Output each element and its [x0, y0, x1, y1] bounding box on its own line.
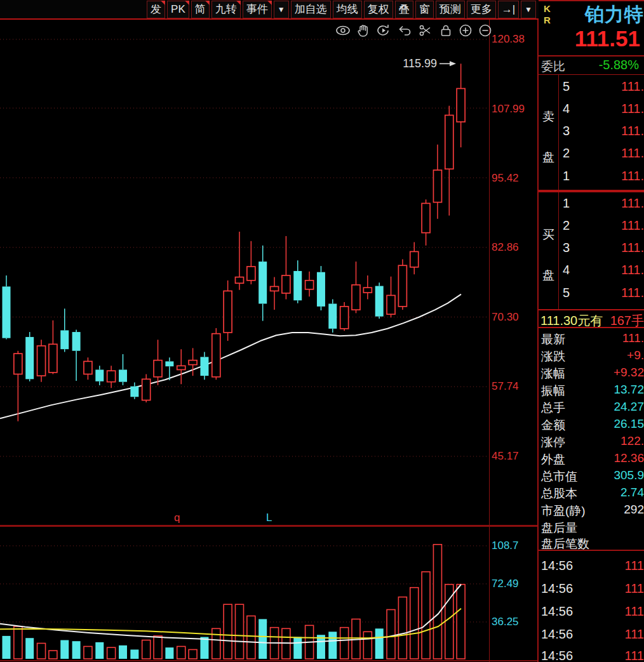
tick-price: 111	[625, 649, 644, 662]
buy-price: 111.	[621, 241, 644, 255]
stock-trading-app: { "palette": { "red":"#f43b3b", "cyan":"…	[0, 0, 644, 662]
toolbar-dropdown-caret[interactable]: ▼	[274, 1, 289, 18]
chart-right-border	[489, 20, 490, 662]
marker-q: q	[174, 512, 180, 524]
toolbar-item-adjust-rights[interactable]: 复权	[364, 1, 393, 18]
zoom-out-icon[interactable]	[478, 23, 492, 37]
stock-name[interactable]: 铂力特	[585, 2, 644, 28]
replay-icon[interactable]	[376, 23, 391, 37]
bottom-border	[0, 660, 539, 661]
toolbar-item-ma-lines[interactable]: 均线	[333, 1, 362, 18]
toolbar-item-overlay[interactable]: 叠	[395, 1, 413, 18]
book-separator	[539, 190, 644, 192]
toolbar-item-jiuzhuan[interactable]: 九转	[211, 1, 241, 18]
price-axis-label: 57.74	[492, 380, 519, 393]
stat-row-total-shares: 总股本2.74	[539, 484, 644, 501]
sell-price: 111.	[621, 79, 644, 94]
toolbar-item-forecast[interactable]: 预测	[436, 1, 465, 18]
volume-axis-label: 108.7	[492, 540, 519, 552]
indicator-k-label[interactable]: K	[544, 4, 551, 14]
buy-price: 111.	[621, 218, 644, 233]
panel-divider	[0, 525, 539, 527]
corner-badge	[236, 1, 241, 5]
scissors-icon[interactable]	[418, 23, 433, 37]
toolbar-item-shijian[interactable]: 事件	[243, 1, 272, 18]
sell-price: 111.	[621, 102, 644, 116]
toolbar-item-pk[interactable]: PK	[167, 1, 189, 18]
quote-sidebar: K R 铂力特 111.51 委比 -5.88% 卖盘 5111. 4111. …	[539, 0, 644, 662]
stat-label: 市盈(静)	[541, 503, 586, 519]
buy-level: 2	[563, 218, 570, 233]
tick-time: 14:56	[541, 604, 573, 619]
toolbar-right-caret[interactable]: ▼	[521, 1, 536, 18]
stat-value: 305.9	[614, 468, 644, 482]
sell-price: 111.	[621, 146, 644, 161]
tick-row: 14:56111	[539, 623, 644, 646]
quote-price: 111.30元有	[540, 312, 603, 329]
stat-label: 振幅	[541, 383, 565, 399]
stat-label: 金额	[541, 417, 565, 434]
stat-value: 292	[624, 503, 644, 517]
tick-row: 14:56111	[539, 578, 644, 600]
eye-icon[interactable]	[335, 23, 351, 37]
buy-level: 1	[563, 196, 570, 211]
next-page-icon[interactable]: →|	[498, 1, 519, 18]
tick-price: 111	[625, 604, 644, 619]
stat-row-outer-disc: 外盘12.36	[539, 449, 644, 467]
stat-row-pe-static: 市盈(静)292	[539, 501, 644, 518]
weibi-value: -5.88%	[599, 58, 639, 72]
stat-value: 2.74	[621, 486, 644, 500]
buy-price: 111.	[621, 263, 644, 277]
stat-row-limit-up: 涨停122.	[539, 432, 644, 449]
divider	[558, 75, 559, 190]
stat-value: 111.	[622, 331, 644, 345]
undo-icon[interactable]	[397, 23, 412, 37]
stat-value: 12.36	[614, 451, 644, 465]
stat-label: 总手	[541, 400, 565, 416]
corner-badge	[185, 1, 189, 5]
indicator-r-label[interactable]: R	[544, 15, 551, 25]
price-axis-label: 45.17	[492, 450, 519, 463]
buy-level: 3	[563, 241, 570, 255]
toolbar-item-fa[interactable]: 发	[147, 1, 165, 18]
buy-level: 5	[563, 286, 570, 300]
buy-price: 111.	[621, 196, 644, 211]
volume-axis-label: 36.25	[492, 616, 519, 628]
stat-value: 122.	[621, 434, 644, 448]
price-axis-label: 95.42	[492, 172, 519, 185]
stat-label: 涨幅	[541, 366, 565, 382]
toolbar-item-add-watchlist[interactable]: 加自选	[291, 1, 331, 18]
hand-icon[interactable]	[356, 23, 370, 37]
stat-label: 总股本	[541, 486, 577, 502]
top-toolbar: 发 PK 简 九转 事件 ▼ 加自选 均线 复权 叠 窗 预测 更多 →| ▼	[0, 0, 539, 20]
stat-row-amplitude: 振幅13.72	[539, 381, 644, 398]
sell-level: 5	[563, 79, 570, 94]
stat-label: 总市值	[541, 468, 577, 485]
sell-price: 111.	[621, 169, 644, 183]
after-hours-quote: 111.30元有 167手	[539, 309, 644, 328]
sell-level: 4	[563, 102, 570, 116]
quote-volume: 167手	[610, 312, 644, 329]
stat-label: 最新	[541, 331, 565, 348]
toolbar-item-jian[interactable]: 简	[191, 1, 210, 18]
divider	[539, 74, 644, 75]
sell-level: 1	[563, 169, 570, 183]
tick-row: 14:56111	[539, 600, 644, 623]
tick-row: 14:56111	[539, 645, 644, 662]
zoom-in-icon[interactable]	[459, 23, 473, 37]
sell-level: 3	[563, 124, 570, 138]
divider	[558, 192, 559, 309]
toolbar-item-window[interactable]: 窗	[415, 1, 434, 18]
price-axis-label: 107.99	[492, 103, 525, 116]
chart-tools	[335, 23, 488, 38]
stat-row-total-lots: 总手24.27	[539, 398, 644, 415]
lock-icon[interactable]	[439, 23, 453, 37]
stat-value: 24.27	[614, 400, 644, 414]
marker-l: L	[266, 512, 272, 524]
buy-level: 4	[563, 263, 570, 277]
stat-label: 涨停	[541, 434, 565, 451]
tick-price: 111	[625, 627, 644, 642]
toolbar-item-more[interactable]: 更多	[467, 1, 496, 18]
stat-label: 外盘	[541, 451, 565, 468]
sell-level: 2	[563, 146, 570, 161]
